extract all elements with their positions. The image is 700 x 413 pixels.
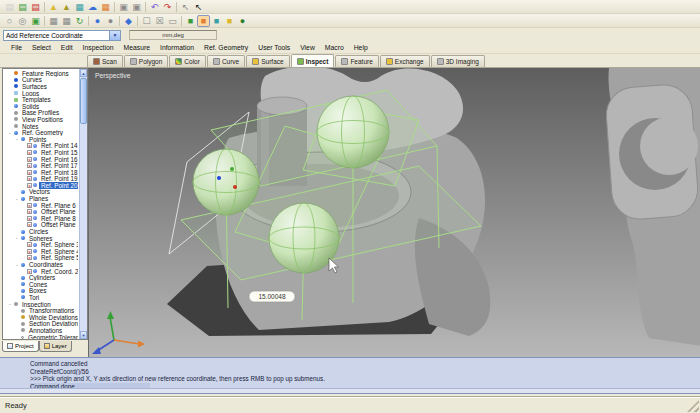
tab-inspect[interactable]: Inspect bbox=[291, 54, 335, 67]
tree-item[interactable]: Feature Regions bbox=[3, 70, 78, 77]
tree-item[interactable]: Boxes bbox=[3, 288, 78, 295]
panel-tab-layer[interactable]: Layer bbox=[39, 341, 72, 352]
command-console[interactable]: Command cancelled CreateRefCoord()/56 >>… bbox=[0, 357, 700, 394]
tree-item[interactable]: - Spheres bbox=[3, 235, 78, 242]
selection-rect-icon[interactable]: ☐ bbox=[140, 15, 153, 27]
menu-item[interactable]: File bbox=[6, 44, 27, 51]
capture-image-icon[interactable]: ▦ bbox=[73, 1, 86, 13]
tree-item[interactable]: Ref. Point 19 bbox=[3, 176, 78, 183]
tree-item[interactable]: Templates bbox=[3, 96, 78, 103]
open-file-icon[interactable]: ▤ bbox=[16, 1, 29, 13]
tree-item[interactable]: Curves bbox=[3, 77, 78, 84]
menu-item[interactable]: Edit bbox=[56, 44, 78, 51]
visibility-checkbox-icon[interactable] bbox=[27, 216, 32, 221]
tab-surface[interactable]: Surface bbox=[246, 55, 289, 67]
visibility-checkbox-icon[interactable] bbox=[27, 209, 32, 214]
tree-item[interactable]: - Planes bbox=[3, 195, 78, 202]
view-front-icon[interactable]: ▦ bbox=[47, 15, 60, 27]
reference-sphere-5[interactable] bbox=[269, 203, 339, 273]
tree-item[interactable]: Section Deviations bbox=[3, 321, 78, 328]
tree-item[interactable]: Ref. Point 15 bbox=[3, 149, 78, 156]
zoom-fit-icon[interactable]: ▣ bbox=[29, 15, 42, 27]
scroll-down-icon[interactable]: ▼ bbox=[80, 331, 87, 339]
texture-image-icon[interactable]: ▦ bbox=[99, 1, 112, 13]
tree-item[interactable]: Transformations bbox=[3, 307, 78, 314]
display-sphere-toggle-icon[interactable]: ● bbox=[236, 15, 249, 27]
tree-item[interactable]: Ref. Sphere 4 bbox=[3, 248, 78, 255]
tab-3d-imaging[interactable]: 3D Imaging bbox=[431, 55, 485, 67]
visibility-checkbox-icon[interactable] bbox=[27, 143, 32, 148]
visibility-checkbox-icon[interactable] bbox=[27, 255, 32, 260]
print-icon[interactable]: ▣ bbox=[130, 1, 143, 13]
pick-cursor-icon[interactable]: ↖ bbox=[179, 1, 192, 13]
refresh-view-icon[interactable]: ↻ bbox=[73, 15, 86, 27]
reference-sphere-4[interactable] bbox=[317, 96, 389, 168]
tree-item[interactable]: Geometric Tolerance bbox=[3, 334, 78, 340]
select-arrow-icon[interactable]: ↖ bbox=[192, 1, 205, 13]
tree-item[interactable]: Notes bbox=[3, 123, 78, 130]
tree-item[interactable]: Offset Plane bbox=[3, 208, 78, 215]
console-input-strip[interactable] bbox=[0, 388, 700, 393]
menu-item[interactable]: Measure bbox=[119, 44, 155, 51]
3d-viewport-canvas[interactable]: 15.00048 bbox=[89, 68, 700, 358]
redo-icon[interactable]: ↷ bbox=[161, 1, 174, 13]
render-wireframe-globe-icon[interactable]: ● bbox=[104, 15, 117, 27]
tree-item[interactable]: Ref. Point 17 bbox=[3, 162, 78, 169]
visibility-checkbox-icon[interactable] bbox=[27, 163, 32, 168]
tree-item[interactable]: Offset Plane bbox=[3, 222, 78, 229]
command-dropdown[interactable]: Add Reference Coordinate ▼ bbox=[3, 30, 121, 41]
undo-icon[interactable]: ↶ bbox=[148, 1, 161, 13]
tree-item[interactable]: Cones bbox=[3, 281, 78, 288]
3d-viewport[interactable]: Perspective bbox=[88, 68, 700, 358]
tree-item[interactable]: Solids bbox=[3, 103, 78, 110]
display-region-toggle-icon[interactable]: ■ bbox=[197, 15, 210, 27]
display-point-toggle-icon[interactable]: ■ bbox=[210, 15, 223, 27]
resize-grip[interactable] bbox=[687, 400, 699, 412]
tree-item[interactable]: Ref. Sphere 5 bbox=[3, 255, 78, 262]
scroll-up-icon[interactable]: ▲ bbox=[80, 69, 87, 77]
visibility-checkbox-icon[interactable] bbox=[27, 222, 32, 227]
display-mesh-toggle-icon[interactable]: ■ bbox=[223, 15, 236, 27]
tree-item[interactable]: - Inspection bbox=[3, 301, 78, 308]
visibility-checkbox-icon[interactable] bbox=[27, 176, 32, 181]
tree-item[interactable]: Whole Deviations bbox=[3, 314, 78, 321]
tab-curve[interactable]: Curve bbox=[207, 55, 245, 67]
tree-scrollbar[interactable]: ▲ ▼ bbox=[79, 69, 87, 339]
panel-tab-project[interactable]: Project bbox=[2, 341, 39, 352]
menu-item[interactable]: Help bbox=[349, 44, 373, 51]
visibility-checkbox-icon[interactable] bbox=[27, 157, 32, 162]
tab-scan[interactable]: Scan bbox=[87, 55, 123, 67]
chevron-down-icon[interactable]: ▼ bbox=[109, 31, 120, 40]
reference-sphere-3[interactable] bbox=[193, 149, 259, 215]
measurement-label[interactable]: 15.00048 bbox=[249, 291, 295, 302]
point-cloud-icon[interactable]: ☁ bbox=[86, 1, 99, 13]
tree-item[interactable]: - Coordinates bbox=[3, 261, 78, 268]
visibility-checkbox-icon[interactable] bbox=[27, 203, 32, 208]
zoom-window-icon[interactable]: ◎ bbox=[16, 15, 29, 27]
save-icon[interactable]: ▤ bbox=[29, 1, 42, 13]
tree-item[interactable]: Ref. Point 14 bbox=[3, 143, 78, 150]
tree-item[interactable]: Ref. Plane 6 bbox=[3, 202, 78, 209]
visibility-checkbox-icon[interactable] bbox=[27, 150, 32, 155]
tab-color[interactable]: Color bbox=[169, 55, 206, 67]
menu-item[interactable]: Select bbox=[27, 44, 56, 51]
tree-item[interactable]: Circles bbox=[3, 228, 78, 235]
new-document-icon[interactable]: ▤ bbox=[3, 1, 16, 13]
tab-polygon[interactable]: Polygon bbox=[124, 55, 169, 67]
scrollbar-thumb[interactable] bbox=[80, 78, 87, 124]
tree-item[interactable]: - Ref. Geometry bbox=[3, 129, 78, 136]
visibility-checkbox-icon[interactable] bbox=[27, 249, 32, 254]
tree-item[interactable]: Tori bbox=[3, 294, 78, 301]
tree-item[interactable]: Annotations bbox=[3, 327, 78, 334]
menu-item[interactable]: User Tools bbox=[253, 44, 295, 51]
shaded-mode-icon[interactable]: ◆ bbox=[122, 15, 135, 27]
visibility-checkbox-icon[interactable] bbox=[27, 269, 32, 274]
menu-item[interactable]: Inspection bbox=[78, 44, 119, 51]
display-body-toggle-icon[interactable]: ■ bbox=[184, 15, 197, 27]
tree-item[interactable]: Ref. Point 16 bbox=[3, 156, 78, 163]
tree-item[interactable]: View Positions bbox=[3, 116, 78, 123]
tree-item[interactable]: Base Profiles bbox=[3, 110, 78, 117]
view-iso-icon[interactable]: ▦ bbox=[60, 15, 73, 27]
tab-feature[interactable]: Feature bbox=[335, 55, 378, 67]
selection-all-icon[interactable]: ☒ bbox=[153, 15, 166, 27]
